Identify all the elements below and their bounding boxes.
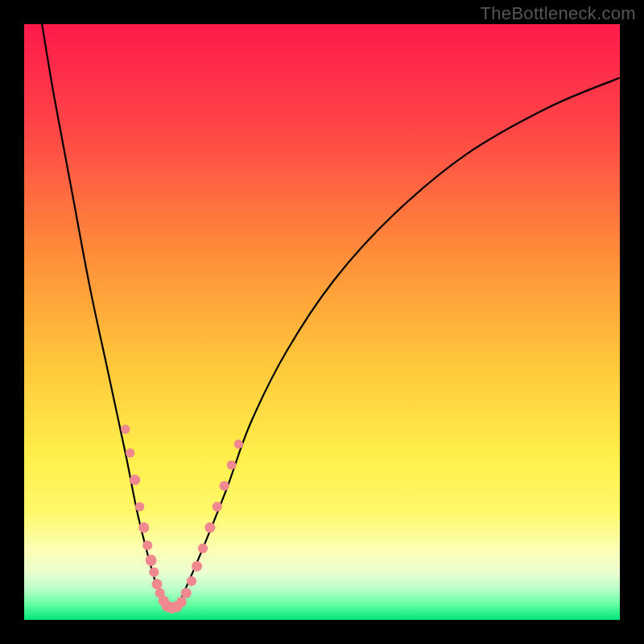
sample-marker [181, 588, 192, 598]
attribution-label: TheBottleneck.com [481, 3, 636, 24]
sample-marker [149, 568, 159, 577]
sample-marker [187, 576, 196, 586]
sample-marker [121, 425, 130, 434]
sample-marker [126, 448, 134, 457]
sample-marker [227, 460, 236, 469]
sample-marker [142, 540, 152, 550]
sample-marker [146, 555, 157, 566]
sample-marker [152, 579, 163, 589]
gradient-background [24, 24, 620, 620]
sample-marker [234, 440, 243, 448]
sample-marker [130, 475, 140, 485]
sample-marker [204, 522, 215, 533]
sample-marker [213, 502, 222, 511]
chart-frame: TheBottleneck.com [0, 0, 644, 644]
sample-marker [220, 481, 229, 490]
bottleneck-chart [24, 24, 620, 620]
sample-marker [138, 522, 149, 533]
sample-marker [198, 543, 208, 553]
sample-marker [176, 597, 187, 607]
sample-marker [192, 561, 202, 572]
sample-marker [135, 502, 144, 511]
plot-area [24, 24, 620, 620]
